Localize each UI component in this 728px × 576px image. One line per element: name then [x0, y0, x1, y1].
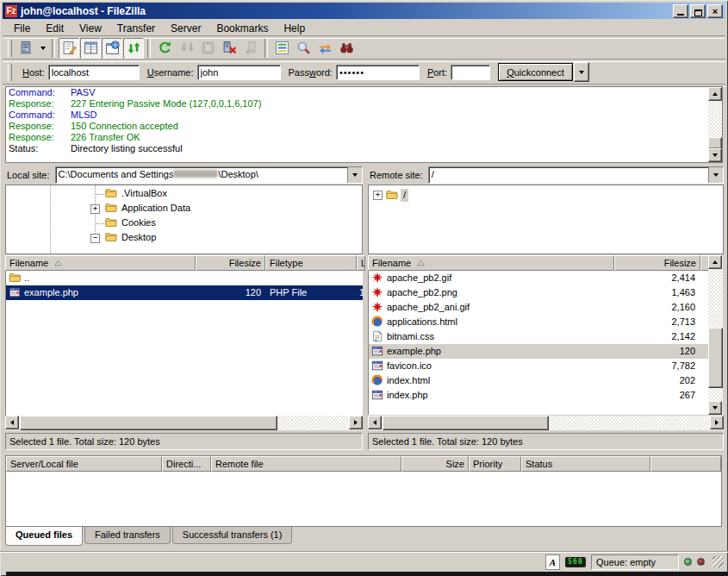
file-row[interactable]: example.php120PHP File1: [6, 285, 363, 300]
menu-transfer[interactable]: Transfer: [109, 21, 163, 36]
quickconnect-grip[interactable]: [8, 64, 12, 81]
close-button[interactable]: ×: [707, 4, 723, 18]
toggle-message-log-button[interactable]: [59, 38, 79, 59]
remote-path-combobox[interactable]: /: [428, 166, 724, 184]
quickconnect-button[interactable]: Quickconnect: [498, 63, 573, 81]
file-row[interactable]: apache_pb2_ani.gif2,160: [369, 300, 708, 315]
scroll-thumb[interactable]: [20, 416, 277, 430]
disconnect-button[interactable]: [219, 38, 240, 59]
remote-vertical-scrollbar[interactable]: [708, 255, 723, 415]
scroll-down-button[interactable]: [708, 401, 722, 415]
menu-server[interactable]: Server: [163, 21, 208, 36]
scroll-left-button[interactable]: [5, 416, 19, 429]
file-row[interactable]: index.php267: [369, 388, 708, 403]
tab-successful-transfers-1-[interactable]: Successful transfers (1): [172, 527, 293, 544]
file-row[interactable]: index.html202: [369, 373, 708, 388]
scroll-thumb[interactable]: [383, 416, 549, 430]
column-header-status[interactable]: Status: [521, 456, 650, 472]
tree-item-cookies[interactable]: Cookies: [119, 216, 159, 229]
tree-expander-plus-icon[interactable]: +: [90, 204, 100, 214]
column-header-directi-[interactable]: Directi...: [162, 456, 211, 472]
tab-queued-files[interactable]: Queued files: [5, 527, 83, 546]
scroll-thumb[interactable]: [708, 137, 722, 149]
tree-item-application-data[interactable]: Application Data: [119, 202, 193, 215]
apache-file-icon: [371, 272, 383, 284]
local-path-combobox[interactable]: C:\Documents and Settings\Desktop\: [55, 166, 363, 184]
scroll-up-button[interactable]: [708, 255, 722, 269]
menu-edit[interactable]: Edit: [38, 21, 72, 36]
host-field[interactable]: [48, 65, 140, 80]
remote-path-value[interactable]: /: [429, 167, 708, 183]
local-path-value[interactable]: C:\Documents and Settings\Desktop\: [56, 167, 347, 183]
column-header-filler[interactable]: [650, 456, 721, 472]
sync-browsing-button[interactable]: [314, 38, 335, 59]
maximize-button[interactable]: [690, 4, 706, 18]
column-header-server-local-file[interactable]: Server/Local file: [6, 456, 162, 472]
local-horizontal-scrollbar[interactable]: [5, 416, 363, 430]
file-name: ..: [24, 271, 29, 285]
menu-view[interactable]: View: [72, 21, 109, 36]
local-path-dropdown-button[interactable]: [347, 167, 362, 183]
quickconnect-dropdown-button[interactable]: [574, 62, 589, 82]
local-file-list-body[interactable]: ..example.php120PHP File1: [5, 271, 363, 416]
scroll-right-button[interactable]: [349, 416, 363, 429]
password-field[interactable]: [336, 65, 420, 80]
menu-file[interactable]: File: [6, 21, 38, 36]
remote-path-dropdown-button[interactable]: [708, 167, 723, 183]
refresh-button[interactable]: [154, 38, 175, 59]
site-manager-button[interactable]: [16, 38, 36, 59]
scroll-thumb[interactable]: [708, 328, 723, 388]
column-header-filename[interactable]: Filename: [5, 255, 196, 271]
filter-button[interactable]: [271, 38, 292, 59]
minimize-button[interactable]: [673, 4, 688, 18]
file-row[interactable]: favicon.ico7,782: [369, 359, 708, 373]
compare-directories-button[interactable]: [336, 38, 357, 59]
tree-expander-minus-icon[interactable]: −: [90, 234, 100, 243]
scroll-up-button[interactable]: [708, 87, 722, 101]
scroll-left-button[interactable]: [368, 416, 382, 429]
column-header-filename[interactable]: Filename: [368, 255, 614, 271]
toggle-local-tree-button[interactable]: [80, 38, 101, 59]
file-size: 2,713: [615, 315, 695, 329]
tab-failed-transfers[interactable]: Failed transfers: [84, 527, 171, 544]
tree-item-root[interactable]: /: [401, 189, 408, 202]
resize-grip[interactable]: [712, 556, 724, 567]
tree-item-desktop[interactable]: Desktop: [119, 231, 159, 244]
file-row[interactable]: ..: [6, 271, 363, 285]
scroll-down-button[interactable]: [708, 148, 722, 162]
menu-help[interactable]: Help: [276, 21, 313, 36]
file-row[interactable]: apache_pb2.gif2,414: [369, 271, 708, 285]
port-field[interactable]: [451, 65, 490, 80]
column-header-filesize[interactable]: Filesize: [614, 255, 700, 271]
file-row[interactable]: bitnami.css2,142: [369, 329, 708, 344]
apache-file-icon: [371, 301, 383, 313]
username-field[interactable]: [197, 65, 281, 80]
sort-ascending-icon: [417, 260, 425, 266]
file-row[interactable]: apache_pb2.png1,463: [369, 285, 708, 300]
file-row[interactable]: example.php120: [369, 344, 708, 359]
column-header-filler[interactable]: L: [357, 255, 365, 271]
column-header-priority[interactable]: Priority: [469, 456, 521, 472]
column-header-filetype[interactable]: Filetype: [265, 255, 357, 271]
remote-file-list-body[interactable]: apache_pb2.gif2,414apache_pb2.png1,463ap…: [368, 271, 708, 415]
speed-limit-indicator-icon[interactable]: 560: [565, 557, 586, 567]
cancel-operation-button[interactable]: [197, 38, 218, 59]
toolbar-grip[interactable]: [8, 40, 12, 57]
toggle-queue-button[interactable]: [123, 38, 144, 59]
toggle-remote-tree-button[interactable]: [102, 38, 122, 59]
column-header-filesize[interactable]: Filesize: [196, 255, 265, 271]
site-manager-dropdown[interactable]: [37, 38, 48, 59]
menu-bookmarks[interactable]: Bookmarks: [208, 21, 276, 36]
reconnect-button[interactable]: [240, 38, 261, 59]
file-row[interactable]: applications.html2,713: [369, 315, 708, 329]
tree-item--virtualbox[interactable]: .VirtualBox: [119, 187, 170, 200]
column-header-size[interactable]: Size: [401, 456, 469, 472]
data-type-indicator-icon[interactable]: A: [545, 554, 560, 570]
message-log-scrollbar[interactable]: [708, 87, 722, 162]
scroll-right-button[interactable]: [710, 416, 724, 429]
process-queue-button[interactable]: [176, 38, 196, 59]
column-header-remote-file[interactable]: Remote file: [211, 456, 401, 472]
file-search-button[interactable]: [293, 38, 314, 59]
remote-horizontal-scrollbar[interactable]: [368, 416, 724, 430]
tree-expander-plus-icon[interactable]: +: [373, 191, 383, 200]
